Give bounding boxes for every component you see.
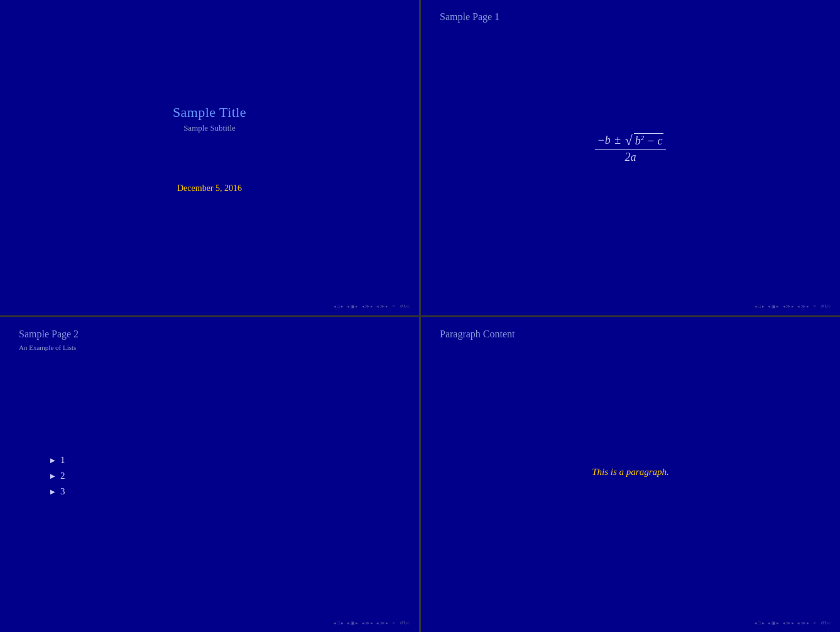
list-bullet-2: ▶ xyxy=(50,472,55,479)
nav-controls-1: ◂ □ ▸ ◂ ▣ ▸ ◂ ≫ ▸ ◂ ≫ ▸ ≡ ↺↻○ xyxy=(334,304,410,309)
math-formula: −b ± √ b2 − c 2a xyxy=(595,133,667,164)
paragraph-body: This is a paragraph. xyxy=(592,467,669,477)
slide-date: December 5, 2016 xyxy=(177,183,242,193)
slide-title: Sample Title Sample Subtitle December 5,… xyxy=(0,0,419,315)
nav-controls-3: ◂ □ ▸ ◂ ▣ ▸ ◂ ≫ ▸ ◂ ≫ ▸ ≡ ↺↻○ xyxy=(334,621,410,626)
slide-paragraph-title: Paragraph Content xyxy=(440,329,515,340)
slide-footer-2: ◂ □ ▸ ◂ ▣ ▸ ◂ ≫ ▸ ◂ ≫ ▸ ≡ ↺↻○ xyxy=(421,298,840,315)
slide-title-content: Sample Title Sample Subtitle December 5,… xyxy=(0,0,419,298)
list-item-1: 1 xyxy=(60,455,65,466)
slide-paragraph: Paragraph Content This is a paragraph. ◂… xyxy=(421,317,840,633)
slide-math: Sample Page 1 −b ± √ b2 − c 2a xyxy=(421,0,840,315)
fraction-numerator: −b ± √ b2 − c xyxy=(595,133,667,150)
list-item: ▶ 2 xyxy=(50,471,65,481)
slide-page1-title: Sample Page 1 xyxy=(440,11,499,23)
nav-controls-4: ◂ □ ▸ ◂ ▣ ▸ ◂ ≫ ▸ ◂ ≫ ▸ ≡ ↺↻○ xyxy=(755,621,831,626)
slide-footer-3: ◂ □ ▸ ◂ ▣ ▸ ◂ ≫ ▸ ◂ ≫ ▸ ≡ ↺↻○ xyxy=(0,614,419,632)
sqrt-symbol: √ xyxy=(625,134,633,148)
list-item-3: 3 xyxy=(60,486,65,497)
list-item-2: 2 xyxy=(60,471,65,481)
slide-lists-content: ▶ 1 ▶ 2 ▶ 3 xyxy=(0,317,419,615)
fraction-denominator: 2a xyxy=(622,150,638,164)
slide-math-content: −b ± √ b2 − c 2a xyxy=(421,0,840,298)
slide-list-subtitle: An Example of Lists xyxy=(19,344,76,351)
slide-paragraph-content: This is a paragraph. xyxy=(421,317,840,615)
sqrt-expression: √ b2 − c xyxy=(625,133,664,148)
slide-subtitle: Sample Subtitle xyxy=(183,123,236,133)
slide-footer-4: ◂ □ ▸ ◂ ▣ ▸ ◂ ≫ ▸ ◂ ≫ ▸ ≡ ↺↻○ xyxy=(421,614,840,632)
slide-lists: Sample Page 2 An Example of Lists ▶ 1 ▶ … xyxy=(0,317,419,633)
list-container: ▶ 1 ▶ 2 ▶ 3 xyxy=(38,455,65,502)
list-bullet-3: ▶ xyxy=(50,488,55,495)
list-item: ▶ 3 xyxy=(50,486,65,497)
nav-controls-2: ◂ □ ▸ ◂ ▣ ▸ ◂ ≫ ▸ ◂ ≫ ▸ ≡ ↺↻○ xyxy=(755,304,831,309)
slide-page2-title: Sample Page 2 xyxy=(19,329,79,340)
slide-title-heading: Sample Title xyxy=(173,104,246,121)
slide-footer-1: ◂ □ ▸ ◂ ▣ ▸ ◂ ≫ ▸ ◂ ≫ ▸ ≡ ↺↻○ xyxy=(0,298,419,315)
list-item: ▶ 1 xyxy=(50,455,65,466)
fraction-display: −b ± √ b2 − c 2a xyxy=(595,133,667,164)
sqrt-radicand: b2 − c xyxy=(634,133,664,148)
list-bullet-1: ▶ xyxy=(50,457,55,464)
